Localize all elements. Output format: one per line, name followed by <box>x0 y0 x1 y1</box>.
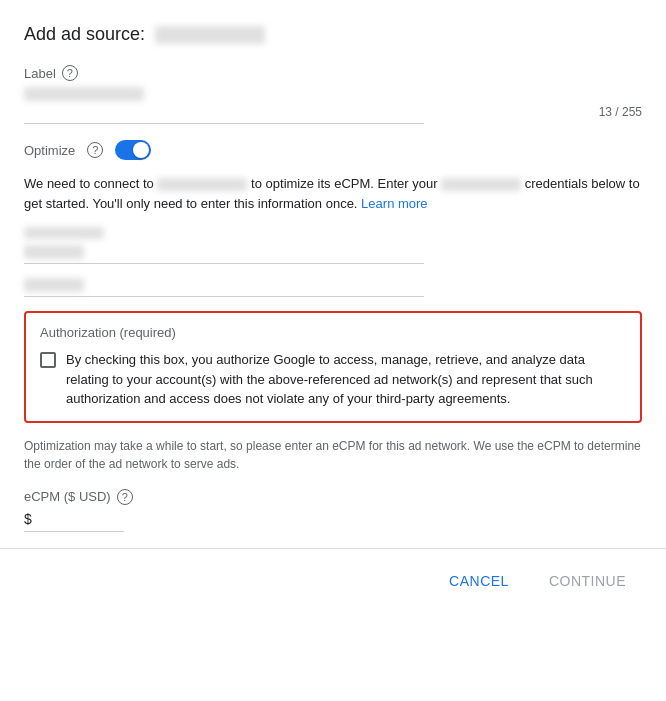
ecpm-help-icon[interactable]: ? <box>117 489 133 505</box>
desc-part1: We need to connect to <box>24 176 154 191</box>
desc-part2: to optimize its eCPM. Enter your <box>251 176 437 191</box>
ecpm-section: eCPM ($ USD) ? $ <box>24 489 642 532</box>
optimize-label: Optimize <box>24 143 75 158</box>
ecpm-label: eCPM ($ USD) <box>24 489 111 504</box>
field-2-section <box>24 278 642 297</box>
field-2-underline <box>24 296 424 297</box>
learn-more-link[interactable]: Learn more <box>361 196 427 211</box>
dialog-container: Add ad source: Label ? 13 / 255 Optimize… <box>0 0 666 532</box>
field-1-underline <box>24 263 424 264</box>
authorization-box: Authorization (required) By checking thi… <box>24 311 642 423</box>
field-1-value-blur[interactable] <box>24 245 84 259</box>
label-field-label: Label <box>24 66 56 81</box>
footer: CANCEL CONTINUE <box>0 549 666 613</box>
cancel-button[interactable]: CANCEL <box>433 565 525 597</box>
title-blurred-name <box>155 26 265 44</box>
auth-content: By checking this box, you authorize Goog… <box>40 350 626 409</box>
ecpm-value[interactable]: $ <box>24 511 642 527</box>
auth-body-text: By checking this box, you authorize Goog… <box>66 350 626 409</box>
auth-title: Authorization (required) <box>40 325 626 340</box>
credentials-blur <box>441 178 521 191</box>
optimization-note: Optimization may take a while to start, … <box>24 437 642 473</box>
optimize-help-icon[interactable]: ? <box>87 142 103 158</box>
network-name-blur <box>157 178 247 191</box>
label-input-value[interactable] <box>24 87 144 101</box>
ecpm-underline <box>24 531 124 532</box>
field-1-section <box>24 227 642 264</box>
label-input-underline <box>24 123 424 124</box>
label-section-header: Label ? <box>24 65 642 81</box>
ecpm-label-row: eCPM ($ USD) ? <box>24 489 642 505</box>
char-count: 13 / 255 <box>24 105 642 119</box>
title-row: Add ad source: <box>24 24 642 45</box>
field-2-value-blur[interactable] <box>24 278 84 292</box>
optimize-toggle[interactable] <box>115 140 151 160</box>
continue-button[interactable]: CONTINUE <box>533 565 642 597</box>
auth-checkbox[interactable] <box>40 352 56 368</box>
learn-more-text: Learn more <box>361 196 427 211</box>
field-1-label-blur <box>24 227 104 239</box>
optimize-row: Optimize ? <box>24 140 642 160</box>
dialog-title: Add ad source: <box>24 24 145 45</box>
optimize-description: We need to connect to to optimize its eC… <box>24 174 642 213</box>
label-help-icon[interactable]: ? <box>62 65 78 81</box>
toggle-knob <box>133 142 149 158</box>
